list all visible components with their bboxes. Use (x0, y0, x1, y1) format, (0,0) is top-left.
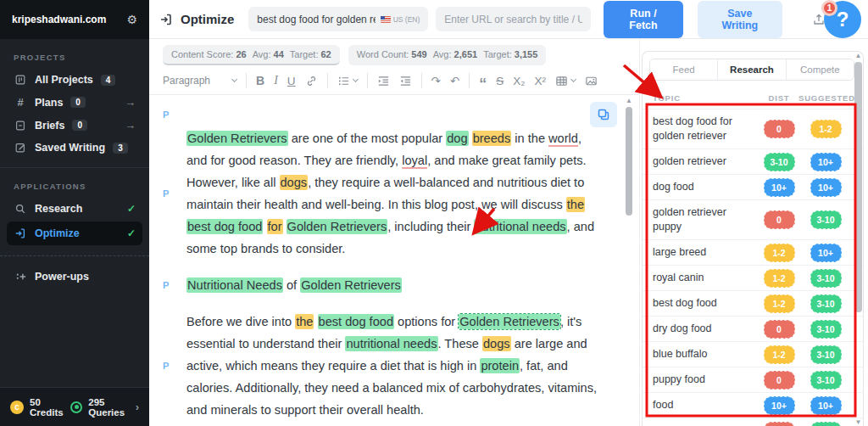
paragraph-marker[interactable]: P (149, 361, 186, 371)
blockquote-button[interactable]: “ (479, 76, 487, 85)
outdent-button[interactable] (399, 75, 412, 87)
table-row[interactable]: royal canin1-23-10 (643, 265, 863, 290)
editor-scrollbar-thumb[interactable] (626, 107, 632, 216)
dist-badge[interactable]: 0 (764, 120, 795, 138)
table-row[interactable]: best food03-10 (643, 418, 863, 426)
suggested-badge[interactable]: 1-2 (810, 120, 842, 138)
table-row[interactable]: dog food10+10+ (643, 174, 863, 199)
notification-badge[interactable]: 1 (821, 0, 837, 16)
paragraph-text[interactable]: Golden Retrievers are one of the most po… (186, 127, 604, 260)
suggested-badge[interactable]: 3-10 (810, 371, 842, 390)
subscript-button[interactable]: X₂ (513, 75, 525, 87)
panel-scrollbar-thumb[interactable] (854, 62, 862, 312)
footer-expand-chevron[interactable]: › (136, 401, 139, 413)
dist-cell: 0 (760, 422, 798, 426)
paragraph-text[interactable] (186, 104, 604, 126)
paragraph-marker[interactable]: P (149, 188, 186, 199)
bold-button[interactable]: B (256, 74, 264, 87)
insert-table-button[interactable] (555, 75, 576, 87)
table-row[interactable]: dry dog food03-10 (643, 316, 863, 341)
arrow-right-icon[interactable]: → (125, 96, 136, 109)
sidebar-item-label: Saved Writing (35, 142, 105, 154)
table-row[interactable]: food10+10+ (643, 392, 863, 418)
tab-research[interactable]: Research (718, 59, 786, 80)
save-writing-button[interactable]: Save Writing (698, 1, 782, 38)
suggested-badge[interactable]: 3-10 (810, 345, 842, 364)
dist-badge[interactable]: 1-2 (764, 269, 795, 288)
panel-scrollbar[interactable]: ▲ ▼ (853, 52, 864, 426)
suggested-badge[interactable]: 3-10 (810, 294, 842, 313)
sidebar-item-all-projects[interactable]: All Projects4 (0, 69, 149, 91)
table-row[interactable]: best dog food1-23-10 (643, 290, 863, 316)
settings-gear-icon[interactable]: ⚙ (126, 13, 137, 26)
suggested-badge[interactable]: 3-10 (810, 269, 842, 288)
table-row[interactable]: best dog food for golden retriever01-2 (643, 109, 863, 149)
content-editor[interactable]: ▲ PPGolden Retrievers are one of the mos… (149, 95, 639, 426)
text-segment: , including their (387, 220, 474, 233)
italic-button[interactable]: I (274, 74, 278, 87)
text-segment (283, 220, 287, 233)
dist-badge[interactable]: 0 (764, 422, 795, 426)
run-fetch-button[interactable]: Run / Fetch (604, 1, 682, 38)
dist-badge[interactable]: 0 (764, 371, 795, 390)
dist-badge[interactable]: 1-2 (764, 244, 795, 262)
table-row[interactable]: blue buffalo1-23-10 (643, 341, 863, 367)
suggested-badge[interactable]: 3-10 (810, 210, 842, 229)
locale-chip[interactable]: US (EN) (376, 15, 420, 24)
dist-badge[interactable]: 3-10 (764, 153, 795, 171)
tab-feed[interactable]: Feed (650, 59, 718, 80)
suggested-badge[interactable]: 3-10 (810, 320, 842, 339)
dist-badge[interactable]: 1-2 (764, 294, 795, 313)
paragraph-marker[interactable]: P (149, 280, 186, 290)
dist-badge[interactable]: 10+ (764, 396, 795, 415)
sidebar-item-research[interactable]: Research✓ (0, 198, 149, 220)
table-row[interactable]: golden retriever3-1010+ (643, 149, 863, 174)
arrow-right-icon[interactable]: → (125, 119, 136, 132)
paragraph-marker[interactable]: P (149, 109, 186, 120)
suggested-badge[interactable]: 10+ (810, 396, 842, 415)
undo-button[interactable]: ↶ (450, 74, 459, 87)
sidebar-item-saved-writing[interactable]: Saved Writing3 (0, 137, 149, 159)
suggested-badge[interactable]: 10+ (810, 178, 842, 197)
dist-badge[interactable]: 1-2 (764, 345, 795, 364)
paragraph-text[interactable]: Before we dive into the best dog food op… (186, 311, 604, 421)
suggested-badge[interactable]: 3-10 (810, 422, 842, 426)
bullet-list-button[interactable] (337, 75, 358, 87)
url-search-input[interactable] (436, 7, 591, 31)
suggested-badge[interactable]: 10+ (810, 153, 842, 171)
link-button[interactable] (305, 75, 318, 87)
panel-scrollbar-up-arrow[interactable]: ▲ (853, 52, 864, 60)
sidebar-item-power-ups[interactable]: Power-ups (0, 265, 149, 288)
sidebar-item-briefs[interactable]: Briefs0→ (0, 114, 149, 137)
keyword-input[interactable]: best dog food for golden retriever US (E… (248, 7, 428, 31)
scrollbar-up-arrow[interactable]: ▲ (624, 97, 634, 105)
block-format-select[interactable]: Paragraph (163, 75, 236, 87)
panel-scrollbar-down-arrow[interactable]: ▼ (853, 418, 864, 426)
checkmark-icon: ✓ (127, 203, 136, 215)
table-row[interactable]: large breed1-210+ (643, 239, 863, 265)
redo-button[interactable]: ↷ (431, 74, 441, 87)
copy-content-button[interactable] (590, 102, 617, 127)
term-highlight: dogs (280, 175, 309, 190)
suggested-cell: 3-10 (798, 320, 853, 339)
topic-label: large breed (653, 243, 760, 262)
underline-button[interactable]: U (287, 75, 296, 87)
dist-badge[interactable]: 10+ (764, 178, 795, 197)
table-row[interactable]: puppy food03-10 (643, 367, 863, 392)
sidebar-item-optimize[interactable]: Optimize✓ (7, 221, 142, 245)
editor-scrollbar[interactable]: ▲ (624, 97, 634, 426)
stat-pair: Avg: 44 (253, 49, 284, 59)
insert-image-button[interactable] (585, 75, 598, 87)
paragraph-text[interactable]: Nutritional Needs of Golden Retrievers (186, 274, 604, 296)
suggested-badge[interactable]: 10+ (810, 244, 842, 262)
spellcheck-word: world (548, 132, 578, 147)
table-row[interactable]: golden retriever puppy03-10 (643, 199, 863, 239)
dist-badge[interactable]: 0 (764, 320, 795, 339)
superscript-button[interactable]: X² (534, 75, 546, 87)
dist-badge[interactable]: 0 (764, 210, 795, 229)
stat-pair: Target: 62 (290, 49, 331, 59)
strikethrough-button[interactable]: S (496, 75, 504, 87)
indent-button[interactable] (377, 75, 390, 87)
tab-compete[interactable]: Compete (787, 59, 854, 80)
sidebar-item-plans[interactable]: #Plans0→ (0, 91, 149, 114)
